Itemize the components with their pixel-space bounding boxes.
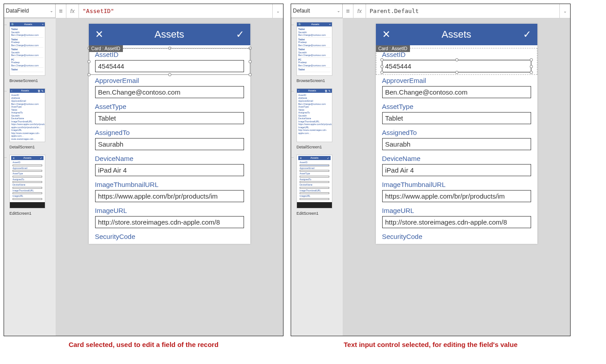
phone-preview: ✕ Assets ✓ Card : AssetID AssetID [376, 24, 537, 244]
thumb-label-browse: BrowseScreen1 [9, 78, 53, 83]
field-label: AssignedTo [95, 129, 244, 136]
app-title: Assets [103, 29, 236, 40]
formula-expand-chevron[interactable]: ⌄ [559, 4, 570, 18]
field-input-imagethumb[interactable] [382, 190, 531, 202]
panel-card-selected: DataField ⌄ = fx "AssetID" ⌄ ⋯ 🔍Assets+ … [4, 4, 283, 336]
thumb-browse-screen[interactable]: 🔍Assets+ TabletSaurabhBen.Change@contoso… [296, 22, 332, 76]
field-label: SecurityCode [95, 233, 244, 240]
canvas[interactable]: ✕ Assets ✓ Card : AssetID AssetID [56, 18, 283, 336]
equals-sign: = [56, 4, 66, 18]
thumb-label-edit: EditScreen1 [9, 211, 53, 216]
thumb-edit-screen[interactable]: ✕Assets✓ AssetID ApproverEmail AssetType… [9, 155, 45, 208]
app-header: ✕ Assets ✓ [376, 24, 537, 45]
chevron-down-icon: ⌄ [50, 9, 53, 13]
field-input-imageurl[interactable] [382, 216, 531, 228]
card-imageurl[interactable]: ImageURL [382, 207, 531, 228]
field-label: ImageThumbnailURL [95, 181, 244, 188]
field-input-assignedto[interactable] [382, 138, 531, 150]
formula-input[interactable]: "AssetID" [79, 8, 272, 14]
cancel-icon[interactable]: ✕ [95, 30, 103, 39]
card-assetid[interactable]: AssetID [382, 51, 531, 72]
equals-sign: = [343, 4, 353, 18]
field-input-assettype[interactable] [382, 112, 531, 124]
formula-input[interactable]: Parent.Default [366, 8, 559, 14]
card-imagethumb[interactable]: ImageThumbnailURL [95, 181, 244, 202]
card-devicename[interactable]: DeviceName [382, 155, 531, 176]
fx-icon[interactable]: fx [353, 4, 366, 18]
card-imagethumb[interactable]: ImageThumbnailURL [382, 181, 531, 202]
thumb-label-detail: DetailScreen1 [9, 145, 53, 149]
thumb-browse-screen[interactable]: 🔍Assets+ TabletSaurabhBen.Change@contoso… [9, 22, 45, 76]
caption-right: Text input control selected, for editing… [291, 341, 571, 348]
property-dropdown[interactable]: Default ⌄ [291, 4, 343, 18]
field-input-imagethumb[interactable] [95, 190, 244, 202]
card-securitycode[interactable]: SecurityCode [95, 233, 244, 240]
selection-tag: Card : AssetID [89, 45, 123, 52]
field-input-devicename[interactable] [95, 164, 244, 176]
screens-nav: ⋯ 🔍Assets+ TabletSaurabhBen.Change@conto… [4, 18, 56, 336]
card-assignedto[interactable]: AssignedTo [382, 129, 531, 150]
card-assettype[interactable]: AssetType [95, 103, 244, 124]
field-label: ApproverEmail [382, 77, 531, 84]
field-label: AssetType [382, 103, 531, 110]
card-approveremail[interactable]: ApproverEmail [95, 77, 244, 98]
formula-expand-chevron[interactable]: ⌄ [272, 4, 283, 18]
card-assetid[interactable]: AssetID [95, 51, 244, 72]
field-input-approveremail[interactable] [382, 86, 531, 98]
canvas[interactable]: ✕ Assets ✓ Card : AssetID AssetID [343, 18, 570, 336]
thumb-label-browse: BrowseScreen1 [296, 78, 340, 83]
card-assettype[interactable]: AssetType [382, 103, 531, 124]
field-input-assetid[interactable] [382, 60, 531, 72]
field-input-assignedto[interactable] [95, 138, 244, 150]
field-input-assetid[interactable] [95, 60, 244, 72]
chevron-down-icon: ⌄ [337, 9, 340, 13]
field-label: ImageURL [95, 207, 244, 214]
field-input-approveremail[interactable] [95, 86, 244, 98]
caption-left: Card selected, used to edit a field of t… [4, 341, 283, 348]
accept-icon[interactable]: ✓ [236, 30, 244, 39]
field-input-assettype[interactable] [95, 112, 244, 124]
edit-form: AssetID ApproverEmail [89, 45, 250, 244]
thumb-label-detail: DetailScreen1 [296, 145, 340, 149]
selection-tag: Card : AssetID [376, 45, 410, 52]
cancel-icon[interactable]: ✕ [382, 30, 390, 39]
thumb-edit-screen[interactable]: ✕Assets✓ AssetID ApproverEmail AssetType… [296, 155, 332, 208]
property-name: DataField [6, 8, 29, 14]
card-devicename[interactable]: DeviceName [95, 155, 244, 176]
phone-preview: ✕ Assets ✓ Card : AssetID AssetID [89, 24, 250, 244]
field-input-imageurl[interactable] [95, 216, 244, 228]
app-header: ✕ Assets ✓ [89, 24, 250, 45]
card-assignedto[interactable]: AssignedTo [95, 129, 244, 150]
screens-nav: ⋯ 🔍Assets+ TabletSaurabhBen.Change@conto… [291, 18, 343, 336]
field-input-devicename[interactable] [382, 164, 531, 176]
app-title: Assets [390, 29, 523, 40]
formula-bar: DataField ⌄ = fx "AssetID" ⌄ [4, 4, 283, 18]
field-label: ImageURL [382, 207, 531, 214]
field-label: AssetType [95, 103, 244, 110]
card-imageurl[interactable]: ImageURL [95, 207, 244, 228]
fx-icon[interactable]: fx [66, 4, 79, 18]
field-label: DeviceName [95, 155, 244, 162]
edit-form: AssetID ApproverEmail [376, 45, 537, 244]
property-name: Default [293, 8, 310, 14]
field-label: ApproverEmail [95, 77, 244, 84]
card-securitycode[interactable]: SecurityCode [382, 233, 531, 240]
accept-icon[interactable]: ✓ [523, 30, 531, 39]
field-label: SecurityCode [382, 233, 531, 240]
panel-input-selected: Default ⌄ = fx Parent.Default ⌄ ⋯ 🔍Asset… [291, 4, 571, 336]
card-approveremail[interactable]: ApproverEmail [382, 77, 531, 98]
field-label: ImageThumbnailURL [382, 181, 531, 188]
field-label: DeviceName [382, 155, 531, 162]
thumb-detail-screen[interactable]: ‹Assets🗑 ✎ AssetID4545444 ApproverEmailB… [9, 88, 45, 142]
thumb-detail-screen[interactable]: ‹Assets🗑 ✎ AssetID4545444 ApproverEmailB… [296, 88, 332, 142]
field-label: AssignedTo [382, 129, 531, 136]
formula-bar: Default ⌄ = fx Parent.Default ⌄ [291, 4, 570, 18]
property-dropdown[interactable]: DataField ⌄ [4, 4, 56, 18]
thumb-label-edit: EditScreen1 [296, 211, 340, 216]
